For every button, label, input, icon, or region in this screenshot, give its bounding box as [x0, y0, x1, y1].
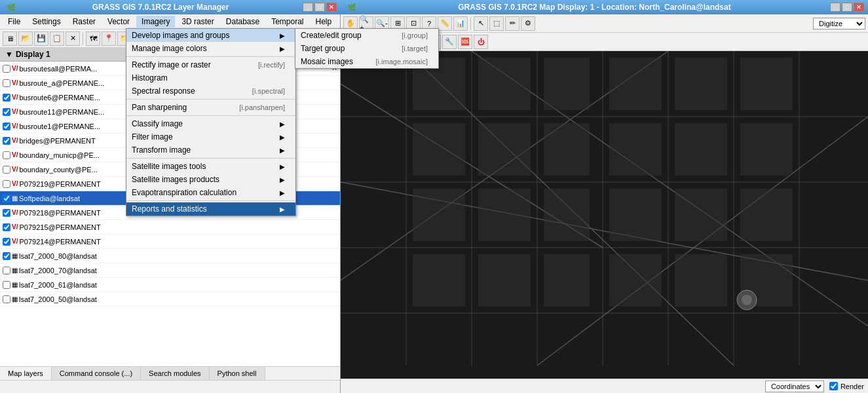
- layer-checkbox[interactable]: [3, 195, 10, 202]
- layer-checkbox[interactable]: [3, 151, 10, 159]
- minimize-button[interactable]: _: [303, 3, 313, 12]
- layer-checkbox[interactable]: [3, 122, 10, 130]
- layer-checkbox[interactable]: [3, 252, 10, 260]
- svg-rect-24: [478, 123, 531, 176]
- layer-checkbox[interactable]: [3, 295, 10, 303]
- add-vector-button[interactable]: 📍: [102, 31, 116, 46]
- map-tools-button[interactable]: 🔧: [442, 35, 457, 49]
- menu-database[interactable]: Database: [221, 16, 265, 28]
- vector-icon: V/: [12, 180, 18, 187]
- map-close-button[interactable]: ✕: [854, 3, 864, 12]
- menu-imagery[interactable]: Imagery: [136, 16, 175, 28]
- layer-manager-titlebar: 🌿 GRASS GIS 7.0.1RC2 Layer Manager _ □ ✕: [0, 0, 341, 14]
- dropdown-item-classify[interactable]: Classify image ▶: [126, 117, 295, 130]
- layer-name: busroutesall@PERMA...: [19, 65, 97, 73]
- table-row: ▦ lsat7_2000_50@landsat: [0, 292, 340, 307]
- raster-icon: ▦: [12, 267, 18, 274]
- map-pointer-button[interactable]: ↖: [474, 16, 488, 31]
- dropdown-item-pansharpen[interactable]: Pan sharpening [i.pansharpen]: [126, 101, 295, 114]
- dropdown-item-histogram[interactable]: Histogram: [126, 71, 295, 84]
- dropdown-item-spectral[interactable]: Spectral response [i.spectral]: [126, 84, 295, 98]
- menu-help[interactable]: Help: [311, 16, 337, 28]
- svg-rect-33: [609, 189, 662, 241]
- raster-icon: ▦: [12, 281, 18, 288]
- tab-search-modules[interactable]: Search modules: [141, 367, 210, 380]
- layer-checkbox[interactable]: [3, 166, 10, 174]
- dropdown-item-rectify[interactable]: Rectify image or raster [i.rectify]: [126, 58, 295, 71]
- svg-rect-34: [675, 189, 727, 241]
- layer-checkbox[interactable]: [3, 79, 10, 87]
- open-button[interactable]: 📂: [18, 31, 33, 46]
- menu-vector[interactable]: Vector: [102, 16, 135, 28]
- bottom-tabs: Map layers Command console (...) Search …: [0, 366, 340, 380]
- layer-checkbox[interactable]: [3, 238, 10, 246]
- menu-settings[interactable]: Settings: [27, 16, 66, 28]
- close-map-button[interactable]: ✕: [66, 31, 80, 46]
- new-display-button[interactable]: 🖥: [3, 31, 17, 46]
- layer-checkbox[interactable]: [3, 180, 10, 188]
- svg-rect-38: [544, 254, 590, 307]
- add-raster-button[interactable]: 🗺: [86, 31, 100, 46]
- vector-icon: V/: [12, 166, 18, 173]
- map-properties-button[interactable]: ⚙: [521, 16, 535, 31]
- tab-command-console[interactable]: Command console (...): [52, 367, 141, 380]
- layer-name: boundary_municp@PE...: [19, 151, 99, 159]
- close-button[interactable]: ✕: [326, 3, 337, 12]
- pansharpen-shortcut: [i.pansharpen]: [239, 103, 285, 111]
- save-as-button[interactable]: 📋: [50, 31, 64, 46]
- dropdown-item-satellite-tools[interactable]: Satellite images tools ▶: [126, 160, 295, 173]
- map-edit-button[interactable]: ✏: [505, 16, 519, 31]
- map-power-button[interactable]: ⏻: [474, 35, 488, 49]
- dropdown-item-target-group[interactable]: Target group [i.target]: [295, 42, 438, 55]
- map-select-button[interactable]: ⬚: [489, 16, 504, 31]
- display-expand-icon[interactable]: ▼: [5, 50, 13, 59]
- map-measure-button[interactable]: 📏: [438, 16, 452, 31]
- coordinates-select[interactable]: Coordinates: [765, 381, 824, 392]
- render-checkbox[interactable]: [829, 382, 838, 390]
- layer-checkbox[interactable]: [3, 108, 10, 116]
- map-minimize-button[interactable]: _: [830, 3, 840, 12]
- chevron-right-icon-8: ▶: [280, 189, 285, 196]
- menu-temporal[interactable]: Temporal: [266, 16, 309, 28]
- layer-checkbox[interactable]: [3, 281, 10, 289]
- layer-name: busroute1@PERMANE...: [19, 122, 100, 130]
- svg-rect-27: [675, 123, 727, 176]
- map-display-title: GRASS GIS 7.0.1RC2 Map Display: 1 - Loca…: [359, 3, 830, 12]
- layer-checkbox[interactable]: [3, 209, 10, 217]
- layer-name: P079215@PERMANENT: [19, 223, 100, 231]
- layer-checkbox[interactable]: [3, 223, 10, 231]
- tab-map-layers[interactable]: Map layers: [0, 367, 52, 380]
- dropdown-item-satellite-products[interactable]: Satellite images products ▶: [126, 173, 295, 186]
- map-help-button[interactable]: 🆘: [458, 35, 472, 49]
- dropdown-item-transform[interactable]: Transform image ▶: [126, 143, 295, 157]
- dropdown-item-create-group[interactable]: Create/edit group [i.group]: [295, 29, 438, 42]
- map-analyze-button[interactable]: 📊: [453, 16, 468, 31]
- layer-name: lsat7_2000_70@landsat: [19, 267, 97, 274]
- tab-python-shell[interactable]: Python shell: [210, 367, 265, 380]
- layer-checkbox[interactable]: [3, 65, 10, 73]
- rectify-label: Rectify image or raster: [132, 60, 211, 69]
- dropdown-item-filter[interactable]: Filter image ▶: [126, 130, 295, 143]
- map-maximize-button[interactable]: □: [842, 3, 852, 12]
- layer-checkbox[interactable]: [3, 267, 10, 274]
- menu-file[interactable]: File: [3, 16, 26, 28]
- menu-raster[interactable]: Raster: [67, 16, 101, 28]
- svg-rect-28: [740, 58, 793, 110]
- layer-checkbox[interactable]: [3, 94, 10, 102]
- mosaic-shortcut: [i.image.mosaic]: [376, 58, 428, 66]
- table-row: V/ P079215@PERMANENT: [0, 220, 340, 234]
- digitize-select[interactable]: Digitize: [813, 18, 865, 29]
- svg-rect-32: [544, 189, 590, 241]
- vector-icon: V/: [12, 151, 18, 159]
- vector-icon: V/: [12, 122, 18, 130]
- dropdown-item-evapotranspiration[interactable]: Evapotranspiration calculation ▶: [126, 186, 295, 199]
- dropdown-item-mosaic[interactable]: Mosaic images [i.image.mosaic]: [295, 55, 438, 68]
- dropdown-item-develop[interactable]: Develop images and groups ▶: [126, 29, 295, 42]
- maximize-button[interactable]: □: [314, 3, 325, 12]
- menu-3draster[interactable]: 3D raster: [176, 16, 219, 28]
- dropdown-item-manage-colors[interactable]: Manage image colors ▶: [126, 42, 295, 55]
- save-button[interactable]: 💾: [34, 31, 48, 46]
- dropdown-item-reports[interactable]: Reports and statistics ▶: [126, 202, 295, 215]
- svg-rect-31: [478, 189, 531, 241]
- layer-checkbox[interactable]: [3, 137, 10, 145]
